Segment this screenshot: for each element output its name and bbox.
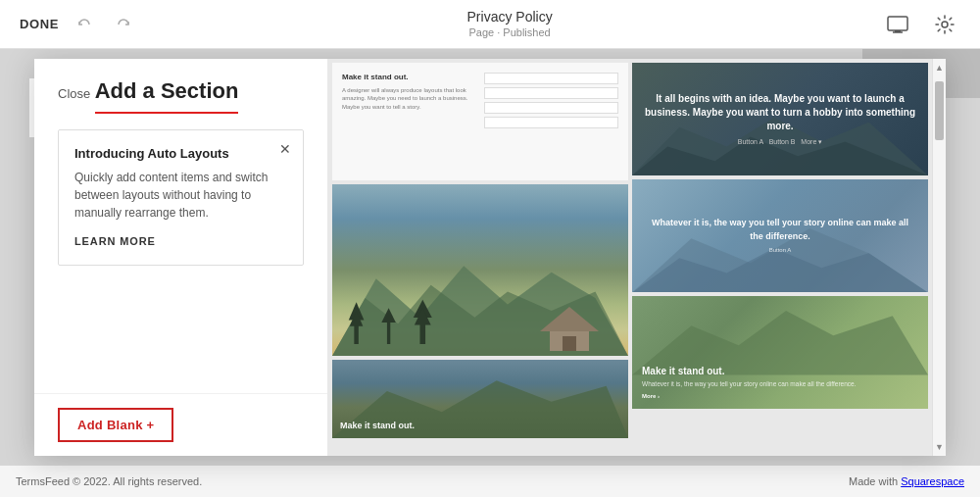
svg-point-3: [942, 22, 948, 27]
modal-sidebar-bottom: Add Blank +: [34, 393, 327, 456]
green-mountain-content: Make it stand out. Whatever it is, the w…: [642, 366, 918, 399]
squarespace-link[interactable]: Squarespace: [901, 475, 964, 487]
scrollbar-thumb[interactable]: [935, 81, 944, 140]
template-landscape[interactable]: [332, 184, 628, 356]
template-green-mountain[interactable]: Make it stand out. Whatever it is, the w…: [632, 296, 928, 409]
notification-card: ✕ Introducing Auto Layouts Quickly add c…: [58, 129, 304, 266]
modal-scrollbar[interactable]: ▲ ▼: [932, 59, 946, 456]
scrollbar-track: [933, 76, 946, 438]
footer-made-with: Made with Squarespace: [849, 475, 964, 487]
modal-overlay: Close Add a Section ✕ Introducing Auto L…: [0, 49, 980, 466]
tpl-form-body: A designer will always produce layouts t…: [342, 86, 476, 111]
footer-bar: TermsFeed © 2022. All rights reserved. M…: [0, 466, 980, 497]
top-bar: DONE Privacy Policy Page · Published: [0, 0, 980, 49]
notification-body: Quickly add content items and switch bet…: [74, 169, 287, 222]
template-col-left: Make it stand out. A designer will alway…: [332, 63, 628, 438]
tpl-input-3: [484, 102, 618, 114]
scrollbar-up[interactable]: ▲: [933, 59, 946, 76]
add-blank-button[interactable]: Add Blank +: [58, 408, 173, 442]
close-button[interactable]: Close: [58, 86, 90, 101]
learn-more-link[interactable]: LEARN MORE: [74, 235, 156, 247]
blue-mountain-title: Whatever it is, the way you tell your st…: [646, 217, 914, 243]
top-bar-left: DONE: [20, 11, 137, 38]
green-mountain-title: Make it stand out.: [642, 366, 918, 376]
dark-mountain-text: It all begins with an idea. Maybe you wa…: [644, 92, 916, 147]
modal-sidebar: Close Add a Section ✕ Introducing Auto L…: [34, 59, 328, 456]
svg-marker-14: [540, 307, 599, 331]
page-info: Privacy Policy Page · Published: [467, 8, 553, 39]
tpl-form-heading: Make it stand out.: [342, 73, 476, 81]
svg-rect-16: [563, 336, 576, 351]
redo-button[interactable]: [110, 11, 137, 38]
scrollbar-down[interactable]: ▼: [933, 438, 946, 456]
undo-button[interactable]: [71, 11, 98, 38]
settings-button[interactable]: [929, 9, 960, 40]
modal-sidebar-top: Close Add a Section: [34, 59, 327, 129]
dark-mountain-title: It all begins with an idea. Maybe you wa…: [644, 92, 916, 133]
add-section-modal: Close Add a Section ✕ Introducing Auto L…: [34, 59, 946, 456]
tpl-form-text: Make it stand out. A designer will alway…: [342, 73, 476, 171]
template-blue-mountain[interactable]: Whatever it is, the way you tell your st…: [632, 179, 928, 292]
tpl-input-2: [484, 87, 618, 99]
template-bottom-landscape[interactable]: Make it stand out.: [332, 360, 628, 438]
modal-sidebar-scroll[interactable]: ✕ Introducing Auto Layouts Quickly add c…: [34, 129, 327, 393]
blue-mountain-subtitle: Button A: [646, 246, 914, 255]
template-dark-mountain[interactable]: It all begins with an idea. Maybe you wa…: [632, 63, 928, 175]
template-col-right: It all begins with an idea. Maybe you wa…: [632, 63, 928, 438]
template-item[interactable]: Make it stand out. A designer will alway…: [332, 63, 628, 180]
notification-title: Introducing Auto Layouts: [74, 146, 287, 161]
add-section-title: Add a Section: [95, 78, 239, 114]
page-subtitle: Page · Published: [467, 25, 553, 39]
top-bar-right: [882, 9, 960, 40]
modal-content: Make it stand out. A designer will alway…: [328, 59, 946, 456]
notification-close-button[interactable]: ✕: [279, 142, 291, 156]
svg-marker-10: [381, 308, 396, 323]
tpl-input-1: [484, 73, 618, 84]
done-button[interactable]: DONE: [20, 17, 59, 31]
footer-copyright: TermsFeed © 2022. All rights reserved.: [16, 475, 202, 487]
tpl-form-inputs: [484, 73, 618, 171]
green-mountain-button: More ›: [642, 393, 918, 399]
tpl-input-4: [484, 117, 618, 128]
template-grid: Make it stand out. A designer will alway…: [328, 59, 932, 456]
page-title: Privacy Policy: [467, 8, 553, 25]
device-toggle-button[interactable]: [882, 9, 913, 40]
bottom-landscape-text: Make it stand out.: [340, 421, 415, 430]
blue-mountain-text: Whatever it is, the way you tell your st…: [646, 217, 914, 255]
svg-rect-0: [888, 17, 907, 30]
dark-mountain-links: Button A Button B More ▾: [644, 137, 916, 147]
green-mountain-body: Whatever it is, the way you tell your st…: [642, 379, 918, 388]
